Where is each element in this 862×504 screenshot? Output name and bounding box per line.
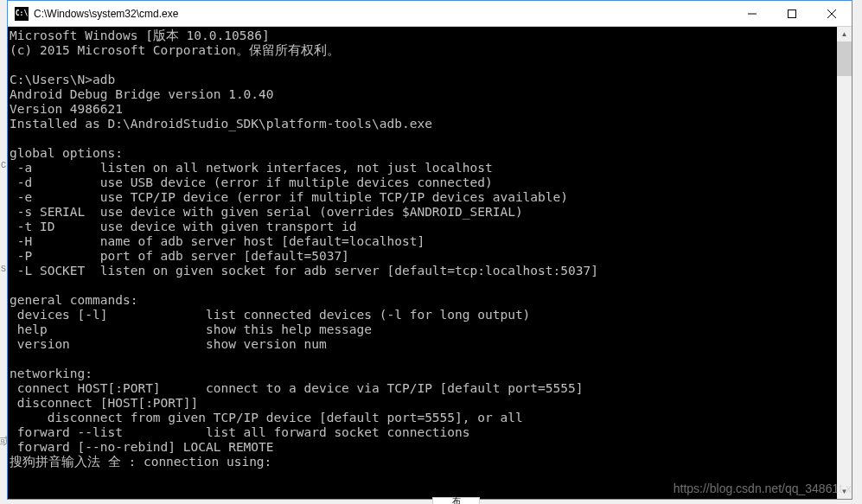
minimize-button[interactable] xyxy=(732,1,772,27)
vertical-scrollbar[interactable]: ▲ ▼ xyxy=(837,27,852,499)
titlebar[interactable]: C:\ C:\Windows\system32\cmd.exe xyxy=(8,1,852,27)
maximize-button[interactable] xyxy=(772,1,812,27)
console-area: Microsoft Windows [版本 10.0.10586] (c) 20… xyxy=(8,27,852,499)
bottom-tab: 布 xyxy=(432,497,480,504)
window-controls xyxy=(732,1,852,27)
cmd-icon: C:\ xyxy=(15,7,29,21)
watermark-text: https://blog.csdn.net/qq_34861t x xyxy=(674,482,852,495)
svg-rect-1 xyxy=(789,10,796,17)
console-output[interactable]: Microsoft Windows [版本 10.0.10586] (c) 20… xyxy=(8,27,837,499)
scroll-thumb[interactable] xyxy=(837,41,852,76)
close-button[interactable] xyxy=(812,1,852,27)
left-edge-decor: c s 或 xyxy=(0,26,7,475)
scroll-up-arrow[interactable]: ▲ xyxy=(837,27,852,41)
cmd-window: C:\ C:\Windows\system32\cmd.exe Microsof… xyxy=(7,0,852,500)
window-title: C:\Windows\system32\cmd.exe xyxy=(34,8,732,20)
